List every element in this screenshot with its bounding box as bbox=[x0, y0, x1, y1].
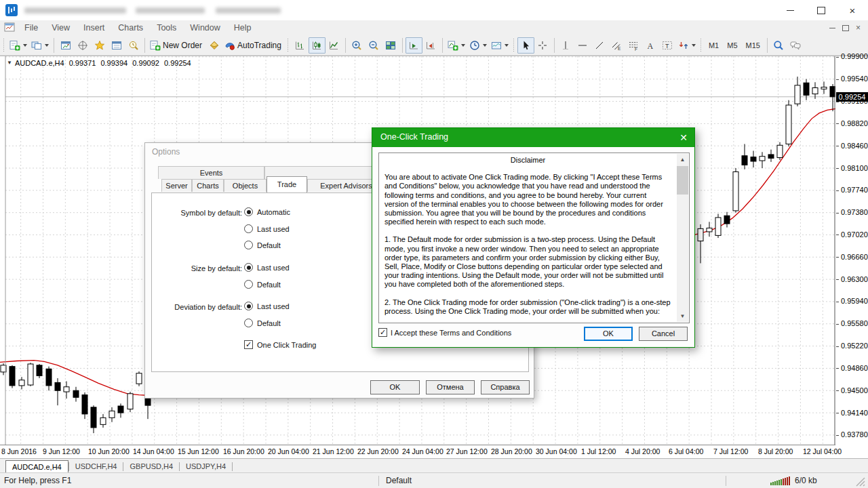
mdi-restore-button[interactable] bbox=[839, 20, 852, 35]
new-order-button[interactable]: New Order bbox=[148, 37, 205, 54]
radio-automatic[interactable] bbox=[244, 207, 253, 216]
radio-last-used[interactable] bbox=[244, 263, 253, 272]
autotrading-button[interactable]: AutoTrading bbox=[222, 37, 285, 54]
chevron-down-icon bbox=[692, 44, 696, 47]
resize-grip[interactable] bbox=[856, 477, 865, 488]
arrows-button[interactable] bbox=[676, 37, 698, 54]
chart-tab-usdjpy-h4[interactable]: USDJPY,H4 bbox=[180, 460, 232, 473]
data-window-button[interactable] bbox=[74, 37, 91, 54]
zoom-out-button[interactable] bbox=[366, 37, 382, 54]
menu-file[interactable]: File bbox=[18, 20, 45, 35]
profile-selector[interactable]: Default bbox=[386, 476, 412, 485]
scroll-up-icon[interactable]: ▲ bbox=[677, 154, 688, 165]
period-m5-button[interactable]: M5 bbox=[723, 37, 741, 54]
menu-tools[interactable]: Tools bbox=[150, 20, 183, 35]
vertical-line-button[interactable] bbox=[557, 37, 574, 54]
options-tab-charts[interactable]: Charts bbox=[192, 179, 224, 192]
symbol-dropdown-arrow[interactable]: ▼ bbox=[7, 60, 12, 66]
one-click-close-button[interactable]: ✕ bbox=[673, 128, 694, 147]
new-chart-button[interactable] bbox=[7, 37, 29, 54]
equidistant-channel-button[interactable]: E bbox=[608, 37, 625, 54]
options-cancel-button[interactable]: Отмена bbox=[426, 380, 475, 394]
chart-shift-button[interactable] bbox=[422, 37, 439, 54]
search-button[interactable] bbox=[770, 37, 787, 54]
mdi-close-button[interactable]: × bbox=[852, 20, 865, 35]
accept-terms-checkbox[interactable]: ✓ bbox=[378, 328, 387, 337]
minimize-button[interactable] bbox=[774, 0, 806, 20]
indicators-button[interactable] bbox=[446, 37, 467, 54]
options-help-button[interactable]: Справка bbox=[481, 380, 530, 394]
one-click-cancel-button[interactable]: Cancel bbox=[639, 327, 688, 341]
strategy-tester-button[interactable] bbox=[125, 37, 142, 54]
cursor-button[interactable] bbox=[517, 37, 534, 54]
text-label-button[interactable]: T bbox=[659, 37, 676, 54]
options-tab-server[interactable]: Server bbox=[161, 179, 192, 192]
horizontal-line-icon bbox=[577, 40, 588, 51]
tile-windows-button[interactable] bbox=[382, 37, 399, 54]
profiles-button[interactable] bbox=[29, 37, 51, 54]
window-title-blurred bbox=[216, 7, 281, 14]
price-scale[interactable]: 0.999000.995400.991800.988200.984600.981… bbox=[836, 56, 868, 445]
menu-insert[interactable]: Insert bbox=[77, 20, 111, 35]
auto-scroll-button[interactable] bbox=[406, 37, 422, 54]
disclaimer-scrollbar[interactable]: ▲ ▼ bbox=[677, 154, 688, 322]
radio-default[interactable] bbox=[244, 319, 253, 327]
menu-help[interactable]: Help bbox=[227, 20, 258, 35]
mdi-minimize-button[interactable] bbox=[826, 20, 839, 35]
price-tick: 0.97380 bbox=[841, 208, 868, 217]
radio-default[interactable] bbox=[244, 280, 253, 289]
price-tick: 0.97740 bbox=[841, 186, 868, 195]
toolbar-grip[interactable] bbox=[700, 38, 703, 53]
periods-button[interactable] bbox=[467, 37, 489, 54]
time-scale[interactable]: 8 Jun 20169 Jun 12:0010 Jun 20:0014 Jun … bbox=[0, 445, 835, 459]
templates-button[interactable] bbox=[489, 37, 511, 54]
menu-window[interactable]: Window bbox=[183, 20, 226, 35]
connection-bars-icon[interactable] bbox=[770, 476, 792, 485]
options-ok-button[interactable]: OK bbox=[370, 380, 420, 394]
options-tab-events[interactable]: Events bbox=[158, 166, 264, 179]
line-chart-button[interactable] bbox=[326, 37, 342, 54]
options-tab-trade[interactable]: Trade bbox=[267, 176, 307, 192]
horizontal-line-button[interactable] bbox=[574, 37, 591, 54]
menu-view[interactable]: View bbox=[45, 20, 77, 35]
chart-tab-usdchf-h4[interactable]: USDCHF,H4 bbox=[69, 460, 123, 473]
market-watch-button[interactable] bbox=[57, 37, 74, 54]
time-tick: 4 Jul 20:00 bbox=[625, 447, 660, 455]
scroll-down-icon[interactable]: ▼ bbox=[677, 310, 688, 322]
one-click-ok-button[interactable]: OK bbox=[584, 327, 633, 341]
period-m15-button[interactable]: M15 bbox=[742, 37, 764, 54]
crosshair-button[interactable] bbox=[534, 37, 551, 54]
connection-status[interactable]: 6/0 kb bbox=[795, 476, 817, 485]
radio-last-used[interactable] bbox=[244, 224, 253, 233]
candlestick-button[interactable] bbox=[309, 37, 326, 54]
toolbar-grip[interactable] bbox=[513, 38, 515, 53]
ohlc-close: 0.99254 bbox=[164, 59, 191, 67]
close-button[interactable]: × bbox=[837, 0, 868, 20]
terminal-icon bbox=[111, 40, 122, 51]
menubar: FileViewInsertChartsToolsWindowHelp × bbox=[0, 20, 868, 35]
options-tab-objects[interactable]: Objects bbox=[224, 179, 267, 192]
trend-line-button[interactable] bbox=[591, 37, 608, 54]
fibonacci-button[interactable]: F bbox=[625, 37, 642, 54]
bar-chart-button[interactable] bbox=[292, 37, 309, 54]
chart-tab-audcad-e-h4[interactable]: AUDCAD.e,H4 bbox=[5, 460, 68, 474]
radio-last-used[interactable] bbox=[244, 302, 253, 310]
scrollbar-thumb[interactable] bbox=[677, 166, 688, 195]
chat-button[interactable] bbox=[787, 37, 804, 54]
period-m1-button[interactable]: M1 bbox=[705, 37, 723, 54]
toolbar-grip[interactable] bbox=[287, 38, 290, 53]
menu-charts[interactable]: Charts bbox=[111, 20, 150, 35]
chart-tab-gbpusd-h4[interactable]: GBPUSD,H4 bbox=[123, 460, 179, 473]
expert-advisors-button[interactable] bbox=[205, 37, 222, 54]
one-click-trading-checkbox[interactable]: ✓ bbox=[244, 340, 253, 349]
terminal-button[interactable] bbox=[108, 37, 125, 54]
new-chart-icon bbox=[9, 40, 20, 51]
toolbar-grip[interactable] bbox=[3, 38, 5, 53]
text-button[interactable]: A bbox=[642, 37, 659, 54]
time-tick: 22 Jun 20:00 bbox=[357, 447, 399, 455]
navigator-button[interactable] bbox=[91, 37, 108, 54]
chart-window-icon[interactable] bbox=[4, 22, 15, 34]
maximize-button[interactable] bbox=[806, 0, 837, 20]
zoom-in-button[interactable] bbox=[349, 37, 366, 54]
chevron-down-icon bbox=[483, 44, 487, 47]
